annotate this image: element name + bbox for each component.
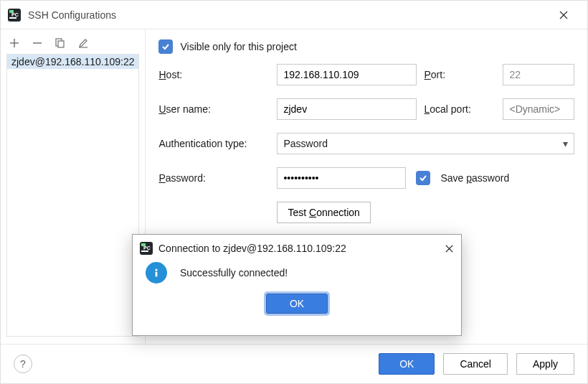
plus-icon [9, 38, 19, 48]
password-input[interactable] [277, 167, 406, 189]
window-title: SSH Configurations [28, 9, 559, 21]
copy-button[interactable] [55, 38, 65, 48]
remove-button[interactable] [32, 38, 42, 48]
modal-close-button[interactable] [445, 244, 454, 253]
test-connection-row: Test Connection [277, 202, 574, 223]
pycharm-icon: PC [140, 242, 153, 255]
list-toolbar [6, 37, 139, 54]
password-label: Password: [158, 172, 270, 184]
list-item[interactable]: zjdev@192.168.110.109:22 [7, 55, 138, 69]
titlebar: PC SSH Configurations [1, 1, 587, 29]
visible-only-label: Visible only for this project [180, 41, 296, 52]
window-close-button[interactable] [559, 10, 580, 20]
svg-text:PC: PC [11, 12, 19, 17]
local-port-label: Local port: [424, 103, 495, 115]
edit-button[interactable] [78, 38, 88, 48]
pycharm-icon: PC [8, 9, 21, 22]
svg-rect-2 [9, 17, 16, 19]
modal-body: Successfully connected! [133, 262, 461, 284]
modal-title: Connection to zjdev@192.168.110.109:22 [158, 243, 445, 254]
left-pane: zjdev@192.168.110.109:22 [1, 29, 146, 344]
user-label: User name: [158, 103, 270, 115]
svg-point-10 [155, 268, 157, 271]
cancel-button[interactable]: Cancel [443, 353, 508, 375]
svg-rect-11 [156, 272, 158, 277]
svg-text:PC: PC [143, 245, 151, 250]
minus-icon [32, 38, 42, 48]
auth-type-select[interactable]: Password ▾ [277, 133, 574, 154]
visible-only-checkbox[interactable] [158, 39, 173, 54]
host-label: Host: [158, 69, 270, 80]
info-icon [146, 262, 167, 284]
auth-type-label: Authentication type: [158, 138, 270, 149]
close-icon [559, 10, 569, 20]
connection-result-modal: PC Connection to zjdev@192.168.110.109:2… [132, 234, 462, 336]
password-row: Save password [277, 167, 574, 189]
add-button[interactable] [9, 38, 19, 48]
config-list[interactable]: zjdev@192.168.110.109:22 [6, 54, 139, 337]
save-password-checkbox[interactable] [416, 171, 430, 185]
close-icon [445, 244, 454, 253]
svg-rect-5 [58, 41, 64, 47]
help-button[interactable]: ? [14, 355, 32, 373]
modal-titlebar: PC Connection to zjdev@192.168.110.109:2… [133, 235, 461, 262]
modal-footer: OK [133, 294, 461, 314]
host-input[interactable] [277, 64, 417, 85]
visible-only-row: Visible only for this project [158, 39, 574, 54]
modal-message: Successfully connected! [180, 267, 288, 278]
port-label: Port: [424, 69, 495, 80]
ok-button[interactable]: OK [379, 353, 435, 375]
pencil-icon [78, 38, 88, 48]
auth-type-value: Password [283, 138, 327, 149]
user-input[interactable] [277, 98, 417, 120]
check-icon [161, 42, 170, 51]
copy-icon [55, 38, 65, 48]
help-icon: ? [20, 358, 26, 370]
svg-rect-8 [141, 250, 148, 252]
dialog-footer: ? OK Cancel Apply [1, 344, 587, 383]
form-grid: Host: Port: User name: Local port: Authe… [158, 64, 574, 223]
check-icon [419, 174, 427, 182]
port-input[interactable] [503, 64, 574, 85]
chevron-down-icon: ▾ [563, 138, 568, 149]
modal-ok-button[interactable]: OK [266, 294, 328, 314]
local-port-input[interactable] [503, 98, 574, 120]
save-password-label: Save password [440, 172, 509, 184]
apply-button[interactable]: Apply [516, 353, 574, 375]
test-connection-button[interactable]: Test Connection [277, 202, 370, 223]
